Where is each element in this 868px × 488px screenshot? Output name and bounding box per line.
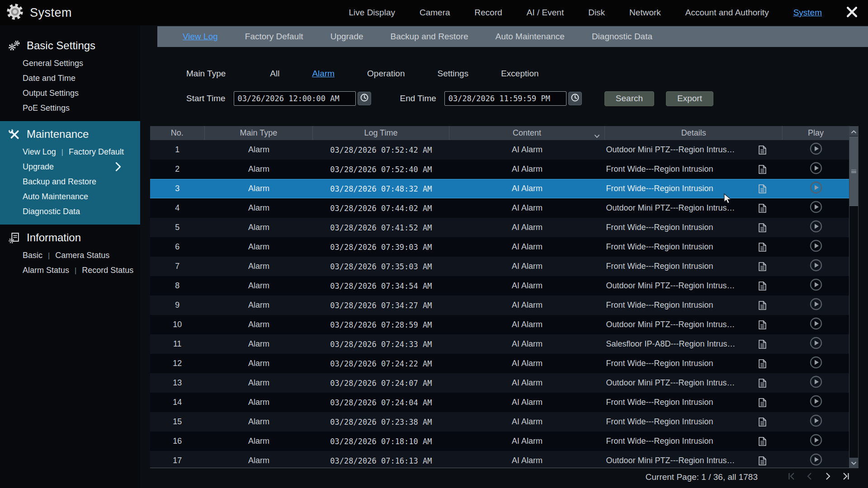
- document-icon[interactable]: [759, 398, 766, 407]
- table-row[interactable]: 1Alarm03/28/2026 07:52:42 AMAI AlarmOutd…: [150, 140, 849, 160]
- table-row[interactable]: 4Alarm03/28/2026 07:44:02 AMAI AlarmOutd…: [150, 198, 849, 218]
- document-icon[interactable]: [759, 145, 766, 155]
- table-scrollbar[interactable]: [849, 126, 859, 468]
- play-button[interactable]: [810, 162, 822, 177]
- table-row[interactable]: 2Alarm03/28/2026 07:52:40 AMAI AlarmFron…: [150, 160, 849, 179]
- document-icon[interactable]: [759, 262, 766, 271]
- table-row[interactable]: 16Alarm03/28/2026 07:18:10 AMAI AlarmFro…: [150, 432, 849, 451]
- document-icon[interactable]: [759, 301, 766, 310]
- sidebar-item-backup-and-restore[interactable]: Backup and Restore: [23, 177, 96, 187]
- main-type-option-alarm[interactable]: Alarm: [296, 69, 351, 79]
- play-button[interactable]: [810, 239, 822, 254]
- play-button[interactable]: [810, 298, 822, 313]
- play-button[interactable]: [810, 375, 822, 390]
- main-type-option-operation[interactable]: Operation: [351, 69, 421, 79]
- prev-page-button[interactable]: [805, 471, 815, 483]
- play-button[interactable]: [810, 337, 822, 352]
- sidebar-item-general-settings[interactable]: General Settings: [23, 59, 83, 68]
- topnav-item-camera[interactable]: Camera: [407, 8, 462, 18]
- sidebar-item-factory-default[interactable]: Factory Default: [69, 147, 124, 157]
- sidebar-item-diagnostic-data[interactable]: Diagnostic Data: [23, 207, 80, 216]
- document-icon[interactable]: [759, 456, 766, 465]
- document-icon[interactable]: [759, 320, 766, 329]
- scrollbar-thumb[interactable]: [849, 136, 858, 206]
- table-row[interactable]: 13Alarm03/28/2026 07:24:07 AMAI AlarmOut…: [150, 373, 849, 393]
- play-button[interactable]: [810, 395, 822, 410]
- topnav-item-live-display[interactable]: Live Display: [337, 8, 407, 18]
- table-row[interactable]: 17Alarm03/28/2026 07:16:13 AMAI AlarmOut…: [150, 451, 849, 468]
- sidebar-item-camera-status[interactable]: Camera Status: [55, 251, 109, 260]
- table-row[interactable]: 11Alarm03/28/2026 07:24:33 AMAI AlarmSal…: [150, 334, 849, 354]
- table-row[interactable]: 6Alarm03/28/2026 07:39:03 AMAI AlarmFron…: [150, 237, 849, 257]
- table-row[interactable]: 10Alarm03/28/2026 07:28:59 AMAI AlarmOut…: [150, 315, 849, 334]
- topnav-item-record[interactable]: Record: [462, 8, 514, 18]
- document-icon[interactable]: [759, 243, 766, 252]
- play-button[interactable]: [810, 414, 822, 429]
- table-row[interactable]: 14Alarm03/28/2026 07:24:04 AMAI AlarmFro…: [150, 393, 849, 412]
- first-page-button[interactable]: [787, 471, 797, 483]
- scrollbar-track[interactable]: [849, 206, 858, 458]
- play-button[interactable]: [810, 453, 822, 468]
- sidebar-item-record-status[interactable]: Record Status: [82, 266, 133, 275]
- document-icon[interactable]: [759, 418, 766, 427]
- column-header-content[interactable]: Content: [449, 126, 605, 140]
- sidebar-item-poe-settings[interactable]: PoE Settings: [23, 103, 70, 113]
- document-icon[interactable]: [759, 379, 766, 388]
- play-button[interactable]: [810, 220, 822, 235]
- last-page-button[interactable]: [841, 471, 851, 483]
- tab-view-log[interactable]: View Log: [169, 32, 231, 42]
- scroll-down-button[interactable]: [849, 458, 858, 467]
- table-row[interactable]: 9Alarm03/28/2026 07:34:27 AMAI AlarmFron…: [150, 296, 849, 315]
- tab-factory-default[interactable]: Factory Default: [231, 32, 317, 42]
- main-type-option-settings[interactable]: Settings: [421, 69, 485, 79]
- table-row[interactable]: 3Alarm03/28/2026 07:48:32 AMAI AlarmFron…: [150, 179, 849, 198]
- play-button[interactable]: [810, 201, 822, 216]
- document-icon[interactable]: [759, 340, 766, 349]
- tab-upgrade[interactable]: Upgrade: [317, 32, 377, 42]
- start-time-input[interactable]: [234, 91, 356, 106]
- document-icon[interactable]: [759, 282, 766, 291]
- topnav-item-disk[interactable]: Disk: [576, 8, 617, 18]
- topnav-item-account-and-authority[interactable]: Account and Authority: [673, 8, 781, 18]
- topnav-item-ai-event[interactable]: AI / Event: [514, 8, 576, 18]
- table-row[interactable]: 7Alarm03/28/2026 07:35:03 AMAI AlarmFron…: [150, 257, 849, 276]
- play-button[interactable]: [810, 259, 822, 274]
- main-type-option-all[interactable]: All: [254, 69, 296, 79]
- topnav-item-system[interactable]: System: [781, 8, 834, 18]
- sidebar-item-upgrade[interactable]: Upgrade: [23, 162, 54, 172]
- close-button[interactable]: [846, 6, 858, 20]
- end-time-input[interactable]: [444, 91, 566, 106]
- scroll-up-button[interactable]: [849, 127, 858, 136]
- document-icon[interactable]: [759, 165, 766, 174]
- main-type-option-exception[interactable]: Exception: [485, 69, 555, 79]
- document-icon[interactable]: [759, 437, 766, 446]
- next-page-button[interactable]: [823, 471, 833, 483]
- sidebar-item-basic[interactable]: Basic: [23, 251, 42, 260]
- table-row[interactable]: 12Alarm03/28/2026 07:24:22 AMAI AlarmFro…: [150, 354, 849, 373]
- export-button[interactable]: Export: [666, 91, 713, 106]
- tab-diagnostic-data[interactable]: Diagnostic Data: [578, 32, 666, 42]
- play-button[interactable]: [810, 142, 822, 157]
- document-icon[interactable]: [759, 223, 766, 232]
- sidebar-item-date-and-time[interactable]: Date and Time: [23, 74, 75, 83]
- sidebar-item-auto-maintenance[interactable]: Auto Maintenance: [23, 192, 88, 202]
- end-time-picker-button[interactable]: [568, 92, 582, 105]
- document-icon[interactable]: [759, 204, 766, 213]
- document-icon[interactable]: [759, 359, 766, 368]
- play-button[interactable]: [810, 434, 822, 449]
- play-button[interactable]: [810, 317, 822, 332]
- tab-backup-and-restore[interactable]: Backup and Restore: [377, 32, 482, 42]
- start-time-picker-button[interactable]: [358, 92, 371, 105]
- sidebar-item-alarm-status[interactable]: Alarm Status: [23, 266, 69, 275]
- search-button[interactable]: Search: [604, 91, 654, 106]
- topnav-item-network[interactable]: Network: [617, 8, 673, 18]
- sidebar-item-view-log[interactable]: View Log: [23, 147, 56, 157]
- table-row[interactable]: 5Alarm03/28/2026 07:41:52 AMAI AlarmFron…: [150, 218, 849, 237]
- tab-auto-maintenance[interactable]: Auto Maintenance: [482, 32, 578, 42]
- sidebar-item-output-settings[interactable]: Output Settings: [23, 89, 79, 98]
- play-button[interactable]: [810, 278, 822, 293]
- table-row[interactable]: 15Alarm03/28/2026 07:23:38 AMAI AlarmFro…: [150, 412, 849, 432]
- chevron-right-icon[interactable]: [114, 161, 122, 174]
- play-button[interactable]: [810, 356, 822, 371]
- chevron-down-icon[interactable]: [594, 131, 600, 141]
